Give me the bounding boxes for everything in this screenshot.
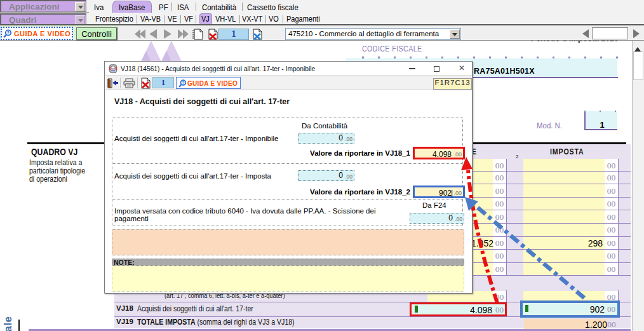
svg-text:?: ? bbox=[7, 30, 10, 35]
